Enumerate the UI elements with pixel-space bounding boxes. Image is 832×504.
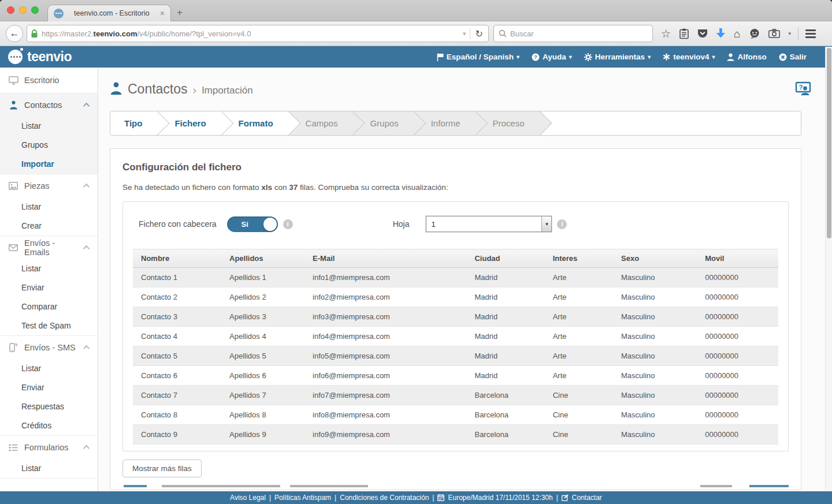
sidebar-item-sms-listar[interactable]: Listar [0, 359, 98, 378]
language-menu[interactable]: Español / Spanish▾ [437, 53, 519, 61]
image-icon [8, 182, 18, 190]
teenvio-logo[interactable]: teenvio [8, 49, 72, 65]
sidebar-item-formularios-listar[interactable]: Listar [0, 459, 98, 478]
menu-icon[interactable] [805, 29, 816, 38]
sidebar-item-emails-listar[interactable]: Listar [0, 259, 98, 278]
close-window-button[interactable] [7, 6, 14, 14]
col-interes: Interes [545, 249, 613, 268]
sidebar-item-sms-enviar[interactable]: Enviar [0, 378, 98, 397]
minimize-window-button[interactable] [19, 6, 27, 14]
sidebar-item-emails-comparar[interactable]: Comparar [0, 297, 98, 316]
sidebar-item-emails-test-spam[interactable]: Test de Spam [0, 316, 98, 335]
col-sexo: Sexo [613, 249, 697, 268]
search-bar[interactable] [493, 25, 653, 42]
cell-movil: 00000000 [697, 405, 778, 425]
pocket-icon[interactable] [697, 29, 708, 39]
app-footer: Aviso Legal | Políticas Antispam | Condi… [0, 491, 832, 504]
reload-icon[interactable]: ↻ [474, 28, 485, 39]
cell-apellidos: Apellidos 2 [221, 288, 304, 307]
sidebar-item-contactos-listar[interactable]: Listar [0, 117, 98, 136]
url-dropdown-icon[interactable]: ▾ [463, 30, 466, 38]
cell-interes: Arte [545, 346, 613, 366]
table-row: Contacto 8 Apellidos 8 info8@miempresa.c… [133, 405, 778, 425]
chevron-up-icon [83, 245, 90, 252]
account-menu[interactable]: teenviov4▾ [663, 53, 715, 61]
chevron-up-icon [83, 345, 90, 352]
zoom-window-button[interactable] [31, 6, 39, 14]
sidebar-item-escritorio[interactable]: Escritorio [0, 68, 98, 93]
camera-dropdown-icon[interactable]: ▾ [789, 31, 792, 36]
wizard-steps: Tipo Fichero Formato Campos Grupos Infor… [110, 111, 801, 136]
cell-interes: Arte [545, 327, 613, 346]
user-menu[interactable]: Alfonso [727, 53, 766, 61]
header-toggle[interactable]: Si [227, 216, 278, 232]
cell-ciudad: Madrid [466, 288, 544, 307]
cell-interes: Arte [545, 366, 613, 386]
bookmark-star-icon[interactable]: ☆ [661, 28, 671, 39]
clipped-content [122, 485, 789, 488]
sidebar-item-contactos-grupos[interactable]: Grupos [0, 136, 98, 155]
info-icon[interactable]: i [283, 219, 293, 229]
cell-movil: 00000000 [697, 288, 778, 307]
select-dropdown-button[interactable]: ▼ [541, 216, 551, 232]
browser-tab[interactable]: teenvio.com - Escritorio × [47, 5, 171, 21]
new-tab-button[interactable]: + [177, 7, 183, 18]
sheet-select[interactable]: 1 ▼ [426, 216, 552, 232]
cell-ciudad: Madrid [466, 327, 544, 346]
tutorial-help-icon[interactable]: ? [795, 81, 811, 98]
home-icon[interactable]: ⌂ [734, 28, 740, 39]
col-nombre: Nombre [133, 249, 221, 268]
cell-sexo: Masculino [613, 327, 697, 346]
tab-close-icon[interactable]: × [160, 9, 165, 17]
tools-menu[interactable]: Herramientas▾ [584, 53, 651, 61]
reading-list-icon[interactable] [679, 28, 689, 39]
sidebar-section-envios-sms[interactable]: Envíos - SMS [0, 336, 98, 359]
footer-link-condiciones[interactable]: Condiciones de Contratación [340, 494, 429, 502]
sidebar-item-piezas-crear[interactable]: Crear [0, 216, 98, 236]
sidebar-section-formularios[interactable]: Formularios [0, 436, 98, 459]
cell-movil: 00000000 [697, 268, 778, 288]
back-button[interactable]: ← [6, 25, 23, 42]
titlebar: teenvio.com - Escritorio × + [0, 0, 832, 21]
download-icon[interactable] [716, 28, 725, 39]
help-menu[interactable]: ? Ayuda▾ [532, 53, 572, 61]
sidebar-section-envios-emails[interactable]: Envíos - Emails [0, 236, 98, 259]
col-movil: Movil [697, 249, 778, 268]
table-row: Contacto 9 Apellidos 9 info9@miempresa.c… [133, 425, 778, 445]
cell-email: info7@miempresa.com [304, 386, 466, 405]
table-row: Contacto 5 Apellidos 5 info5@miempresa.c… [133, 346, 778, 366]
sidebar-item-contactos-importar[interactable]: Importar [0, 155, 98, 174]
page-title: Importación [202, 85, 253, 96]
contacts-icon [8, 100, 18, 110]
show-more-rows-button[interactable]: Mostrar más filas [122, 460, 202, 477]
cell-interes: Cine [545, 425, 613, 445]
sidebar-item-piezas-listar[interactable]: Listar [0, 197, 98, 216]
cell-nombre: Contacto 6 [133, 366, 221, 386]
sidebar-section-piezas[interactable]: Piezas [0, 174, 98, 197]
file-config-card: Configuración del fichero Se ha detectad… [110, 148, 801, 490]
caret-down-icon: ▾ [517, 54, 519, 60]
info-icon[interactable]: i [557, 219, 567, 229]
page-scrollbar[interactable] [825, 47, 832, 491]
footer-link-contactar[interactable]: Contactar [572, 494, 602, 502]
url-bar[interactable]: https://master2.teenvio.com/v4/public/ho… [27, 25, 489, 42]
search-input[interactable] [510, 29, 626, 38]
sidebar-item-sms-respuestas[interactable]: Respuestas [0, 397, 98, 416]
sidebar-section-contactos[interactable]: Contactos [0, 94, 98, 117]
cell-ciudad: Madrid [466, 346, 544, 366]
preview-table: Nombre Apellidos E-Mail Ciudad Interes S… [133, 249, 778, 445]
screenshot-camera-icon[interactable] [768, 29, 780, 38]
cell-apellidos: Apellidos 6 [221, 366, 304, 386]
step-tipo[interactable]: Tipo [110, 111, 157, 135]
scrollbar-thumb[interactable] [827, 48, 831, 238]
sidebar-item-emails-enviar[interactable]: Enviar [0, 278, 98, 297]
logout-button[interactable]: Salir [779, 53, 807, 61]
app-navbar: teenvio Español / Spanish▾ ? Ayuda▾ Herr… [0, 46, 832, 68]
cell-email: info1@miempresa.com [304, 268, 466, 288]
footer-timezone: Europe/Madrid 17/11/2015 12:30h [448, 494, 552, 502]
svg-text:?: ? [799, 84, 803, 91]
footer-link-aviso-legal[interactable]: Aviso Legal [230, 494, 266, 502]
sidebar-item-sms-creditos[interactable]: Créditos [0, 416, 98, 435]
chat-icon[interactable] [749, 28, 760, 39]
footer-link-politicas-antispam[interactable]: Políticas Antispam [274, 494, 331, 502]
